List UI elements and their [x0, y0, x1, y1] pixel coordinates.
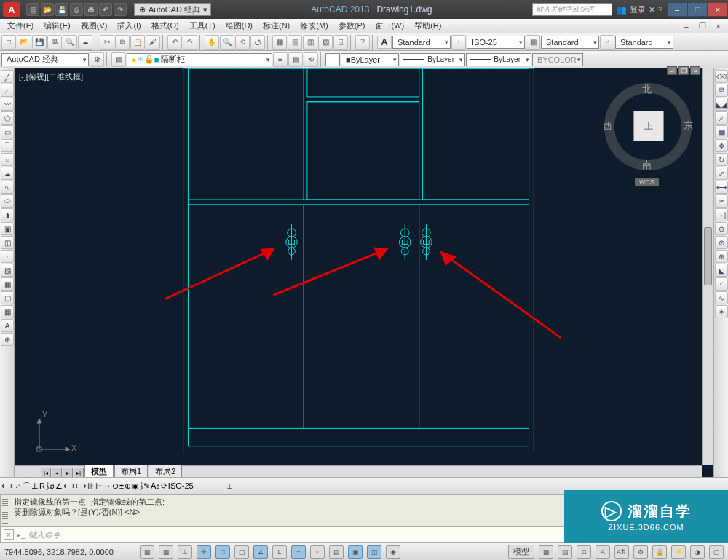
menu-help[interactable]: 帮助(H) — [410, 19, 446, 33]
dim-arc-icon[interactable]: ⌒ — [23, 481, 31, 492]
cut-icon[interactable]: ✂ — [100, 35, 114, 50]
offset-icon[interactable]: ⫽ — [715, 111, 728, 125]
table-style-dropdown[interactable]: Standard — [541, 36, 599, 49]
trim-icon[interactable]: ✂ — [715, 194, 728, 208]
plot-style-dropdown[interactable]: BYCOLOR — [532, 53, 583, 66]
layer-state-icon[interactable]: ≡ — [273, 52, 288, 67]
menu-edit[interactable]: 编辑(E) — [39, 19, 75, 33]
tab-layout2[interactable]: 布局2 — [149, 465, 182, 478]
new-icon[interactable]: ▤ — [26, 3, 39, 16]
dim-break-icon[interactable]: ⊝ — [112, 481, 119, 491]
menu-tools[interactable]: 工具(T) — [185, 19, 220, 33]
save-icon[interactable]: 💾 — [32, 35, 47, 50]
layer-prev-icon[interactable]: ⟲ — [304, 52, 318, 67]
quickview-layouts-icon[interactable]: ▦ — [539, 545, 553, 559]
break-at-icon[interactable]: ⊘ — [715, 236, 728, 249]
menu-file[interactable]: 文件(F) — [3, 19, 38, 33]
tolerance-icon[interactable]: ± — [119, 481, 124, 490]
extend-icon[interactable]: →| — [715, 208, 728, 221]
scale-icon[interactable]: ⤢ — [715, 167, 728, 180]
vertical-scrollbar[interactable] — [702, 68, 713, 465]
circle-icon[interactable]: ○ — [1, 153, 14, 166]
ws-switch-icon[interactable]: ⚙ — [633, 545, 648, 559]
insert-block-icon[interactable]: ▣ — [1, 222, 14, 235]
make-block-icon[interactable]: ◫ — [1, 236, 14, 249]
calc-icon[interactable]: ⌸ — [333, 35, 348, 50]
polygon-icon[interactable]: ⬠ — [1, 111, 14, 125]
model-space-button[interactable]: 模型 — [508, 545, 534, 559]
save-icon[interactable]: 💾 — [55, 3, 68, 16]
menu-view[interactable]: 视图(V) — [76, 19, 112, 33]
break-icon[interactable]: ⊝ — [715, 222, 728, 235]
dimstyle-icon[interactable]: ⟂ — [451, 35, 466, 50]
blend-icon[interactable]: ∿ — [715, 291, 728, 304]
new-icon[interactable]: □ — [1, 35, 16, 50]
array-icon[interactable]: ▦ — [715, 125, 728, 138]
tab-next-button[interactable]: ▸ — [63, 468, 73, 478]
qp-button[interactable]: ▣ — [348, 545, 363, 559]
revcloud-icon[interactable]: ☁ — [1, 167, 14, 180]
mirror-icon[interactable]: ◣◢ — [715, 98, 728, 111]
dim-linear-icon[interactable]: ⟷ — [1, 481, 13, 491]
am-button[interactable]: ◉ — [386, 545, 400, 559]
orbit-icon[interactable]: ⭯ — [250, 35, 265, 50]
compass-west[interactable]: 西 — [603, 119, 612, 133]
copy-icon[interactable]: ⧉ — [115, 35, 130, 50]
open-icon[interactable]: 📂 — [17, 35, 31, 50]
menu-draw[interactable]: 绘图(D) — [221, 19, 257, 33]
layer-manager-icon[interactable]: ▤ — [111, 52, 126, 67]
region-icon[interactable]: ▢ — [1, 291, 14, 304]
mlstyle-icon[interactable]: ⟋ — [600, 35, 614, 50]
annoauto-icon[interactable]: A⇅ — [614, 545, 629, 559]
dim-jogged-icon[interactable]: ⟆ — [46, 481, 49, 491]
dim-angular-icon[interactable]: ∠ — [55, 481, 63, 491]
dim-radius-icon[interactable]: R — [39, 481, 45, 490]
publish-icon[interactable]: ☁ — [78, 35, 92, 50]
help-icon[interactable]: ? — [658, 5, 662, 14]
login-button[interactable]: 登录 — [630, 4, 646, 15]
plot-icon[interactable]: 🖶 — [84, 3, 98, 16]
rectangle-icon[interactable]: ▭ — [1, 125, 14, 138]
toolbar-lock-icon[interactable]: 🔒 — [652, 545, 667, 559]
gradient-icon[interactable]: ▦ — [1, 277, 14, 291]
isolate-icon[interactable]: ◑ — [690, 545, 705, 559]
text-style-dropdown[interactable]: Standard — [392, 36, 451, 49]
zoom-prev-icon[interactable]: ⟲ — [235, 35, 250, 50]
ducs-button[interactable]: L — [272, 545, 287, 559]
dim-update-icon[interactable]: ⟳ — [161, 481, 167, 491]
otrack-button[interactable]: ∠ — [253, 545, 268, 559]
3dosnap-button[interactable]: ◫ — [234, 545, 249, 559]
minimize-button[interactable]: – — [667, 2, 687, 17]
color-swatch[interactable] — [325, 53, 340, 66]
gear-icon[interactable]: ⚙ — [90, 52, 104, 67]
dim-continue-icon[interactable]: ⊩ — [95, 481, 103, 491]
horizontal-scrollbar[interactable]: |◂ ◂ ▸ ▸| 模型 布局1 布局2 — [15, 465, 702, 477]
sc-button[interactable]: ◫ — [367, 545, 381, 559]
dim-diameter-icon[interactable]: ⌀ — [50, 481, 55, 491]
open-icon[interactable]: 📂 — [41, 3, 54, 16]
dim-baseline-icon[interactable]: ⊪ — [87, 481, 95, 491]
center-mark-icon[interactable]: ⊕ — [124, 481, 131, 491]
tab-first-button[interactable]: |◂ — [41, 468, 51, 478]
join-icon[interactable]: ⊕ — [715, 250, 728, 263]
dim-ordinate-icon[interactable]: ⊥ — [31, 481, 39, 491]
pline-icon[interactable]: ⟋ — [1, 84, 14, 97]
doc-min-icon[interactable]: – — [679, 20, 692, 32]
layer-iso-icon[interactable]: ▤ — [288, 52, 303, 67]
drawing-canvas[interactable]: [-][俯视][二维线框] – ❐ × — [15, 68, 713, 477]
ellipse-icon[interactable]: ⬭ — [1, 194, 14, 208]
paste-icon[interactable]: 📋 — [130, 35, 145, 50]
hardware-icon[interactable]: ⚡ — [671, 545, 686, 559]
ellipse-arc-icon[interactable]: ◗ — [1, 208, 14, 221]
dim-space-icon[interactable]: ↔ — [103, 481, 111, 490]
ortho-button[interactable]: ⊥ — [178, 545, 192, 559]
rotate-icon[interactable]: ↻ — [715, 153, 728, 166]
redo-icon[interactable]: ↷ — [114, 3, 127, 16]
viewcube-face-top[interactable]: 上 — [633, 111, 664, 141]
erase-icon[interactable]: ⌫ — [715, 70, 728, 83]
stretch-icon[interactable]: ⟷ — [715, 181, 728, 194]
fillet-icon[interactable]: ◜ — [715, 277, 728, 291]
app-logo[interactable]: A — [3, 2, 20, 17]
polyline-icon[interactable]: 〰 — [1, 98, 14, 111]
workspace-dropdown[interactable]: AutoCAD 经典 — [1, 53, 89, 66]
